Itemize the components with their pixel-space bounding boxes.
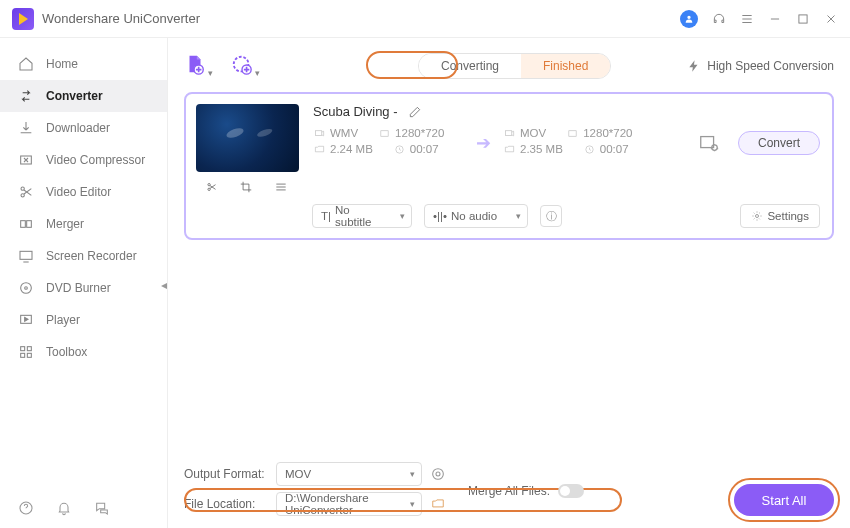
arrow-icon: ➔ — [463, 132, 503, 154]
sidebar-label: Video Compressor — [46, 153, 145, 167]
svg-rect-13 — [27, 353, 31, 357]
help-icon[interactable] — [18, 500, 34, 516]
sidebar-label: Video Editor — [46, 185, 111, 199]
audio-select[interactable]: •||•No audio▾ — [424, 204, 528, 228]
tab-switcher: Converting Finished — [418, 53, 611, 79]
sidebar-item-recorder[interactable]: Screen Recorder — [0, 240, 167, 272]
dst-dur: 00:07 — [600, 143, 629, 155]
compress-icon — [18, 152, 34, 168]
video-thumbnail[interactable] — [196, 104, 299, 172]
sidebar-item-home[interactable]: Home — [0, 48, 167, 80]
sidebar-label: Toolbox — [46, 345, 87, 359]
file-name: Scuba Diving - — [313, 104, 398, 119]
src-size: 2.24 MB — [330, 143, 373, 155]
tab-converting[interactable]: Converting — [419, 54, 521, 78]
minimize-button[interactable] — [768, 12, 782, 26]
sidebar-label: Player — [46, 313, 80, 327]
crop-icon[interactable] — [238, 180, 256, 194]
sidebar-label: Merger — [46, 217, 84, 231]
output-settings-icon[interactable] — [696, 130, 722, 156]
svg-point-30 — [436, 472, 440, 476]
svg-rect-0 — [799, 14, 807, 22]
edit-name-icon[interactable] — [408, 105, 422, 119]
src-format: WMV — [330, 127, 358, 139]
sidebar-label: Converter — [46, 89, 103, 103]
sidebar: Home Converter Downloader Video Compress… — [0, 38, 168, 528]
sidebar-item-editor[interactable]: Video Editor — [0, 176, 167, 208]
file-location-label: File Location: — [184, 497, 268, 511]
add-file-button[interactable]: ▾ — [184, 54, 213, 79]
headset-icon[interactable] — [712, 12, 726, 26]
svg-rect-5 — [27, 221, 32, 228]
merge-icon — [18, 216, 34, 232]
svg-rect-4 — [21, 221, 26, 228]
svg-point-2 — [21, 187, 24, 190]
file-location-select[interactable]: D:\Wondershare UniConverter▾ — [276, 492, 422, 516]
src-dur: 00:07 — [410, 143, 439, 155]
sidebar-item-compressor[interactable]: Video Compressor — [0, 144, 167, 176]
output-format-label: Output Format: — [184, 467, 268, 481]
maximize-button[interactable] — [796, 12, 810, 26]
dst-size: 2.35 MB — [520, 143, 563, 155]
user-avatar[interactable] — [680, 10, 698, 28]
add-folder-button[interactable]: ▾ — [231, 54, 260, 79]
converter-icon — [18, 88, 34, 104]
sidebar-label: DVD Burner — [46, 281, 111, 295]
sidebar-label: Downloader — [46, 121, 110, 135]
high-speed-toggle[interactable]: High Speed Conversion — [687, 59, 834, 73]
merge-label: Merge All Files: — [468, 484, 550, 498]
sidebar-item-merger[interactable]: Merger — [0, 208, 167, 240]
svg-rect-21 — [381, 130, 388, 136]
item-settings-button[interactable]: Settings — [740, 204, 820, 228]
bolt-icon — [687, 59, 701, 73]
svg-point-19 — [208, 188, 210, 190]
tab-finished[interactable]: Finished — [521, 54, 610, 78]
svg-rect-10 — [21, 347, 25, 351]
app-logo — [12, 8, 34, 30]
sidebar-item-toolbox[interactable]: Toolbox — [0, 336, 167, 368]
svg-point-18 — [208, 184, 210, 186]
svg-rect-6 — [20, 251, 32, 259]
svg-rect-12 — [21, 353, 25, 357]
recorder-icon — [18, 248, 34, 264]
convert-button[interactable]: Convert — [738, 131, 820, 155]
trim-icon[interactable] — [204, 180, 222, 194]
home-icon — [18, 56, 34, 72]
svg-point-29 — [433, 469, 444, 480]
file-card: Scuba Diving - WMV 1280*720 2.24 MB 00:0… — [184, 92, 834, 240]
info-icon[interactable]: ⓘ — [540, 205, 562, 227]
svg-rect-24 — [569, 130, 576, 136]
app-title: Wondershare UniConverter — [42, 11, 200, 26]
sidebar-item-downloader[interactable]: Downloader — [0, 112, 167, 144]
subtitle-select[interactable]: T|No subtitle▾ — [312, 204, 412, 228]
scissors-icon — [18, 184, 34, 200]
sidebar-item-dvd[interactable]: DVD Burner — [0, 272, 167, 304]
sidebar-item-player[interactable]: Player — [0, 304, 167, 336]
svg-point-7 — [21, 283, 32, 294]
disc-icon — [18, 280, 34, 296]
dst-format: MOV — [520, 127, 546, 139]
batch-settings-icon[interactable] — [430, 466, 446, 482]
dst-res: 1280*720 — [583, 127, 632, 139]
svg-point-28 — [756, 215, 759, 218]
forum-icon[interactable] — [94, 500, 110, 516]
more-icon[interactable] — [273, 180, 291, 194]
svg-rect-11 — [27, 347, 31, 351]
output-format-select[interactable]: MOV▾ — [276, 462, 422, 486]
bell-icon[interactable] — [56, 500, 72, 516]
svg-point-8 — [25, 287, 28, 290]
sidebar-label: Screen Recorder — [46, 249, 137, 263]
open-folder-icon[interactable] — [430, 497, 446, 511]
close-button[interactable] — [824, 12, 838, 26]
start-all-button[interactable]: Start All — [734, 484, 834, 516]
sidebar-item-converter[interactable]: Converter — [0, 80, 167, 112]
download-icon — [18, 120, 34, 136]
src-res: 1280*720 — [395, 127, 444, 139]
grid-icon — [18, 344, 34, 360]
menu-icon[interactable] — [740, 12, 754, 26]
play-icon — [18, 312, 34, 328]
svg-point-3 — [21, 194, 24, 197]
merge-toggle[interactable] — [558, 484, 584, 498]
svg-rect-20 — [315, 130, 321, 135]
sidebar-label: Home — [46, 57, 78, 71]
